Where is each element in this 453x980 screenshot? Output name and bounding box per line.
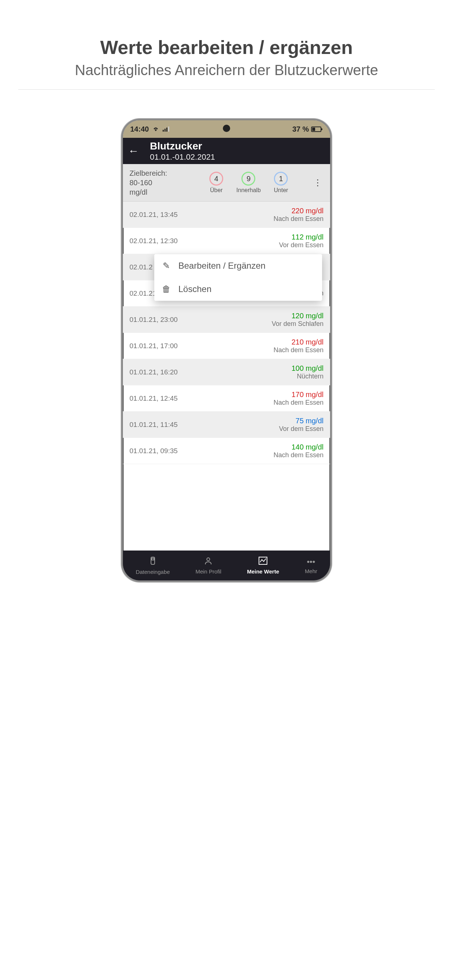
row-value: 170 mg/dl: [274, 390, 324, 399]
row-value: 220 mg/dl: [274, 207, 324, 215]
camera-notch: [223, 125, 230, 132]
wifi-icon: [152, 125, 159, 134]
row-context: Nach dem Essen: [274, 215, 324, 223]
row-value: 210 mg/dl: [274, 338, 324, 346]
row-value: 75 mg/dl: [279, 417, 324, 425]
row-timestamp: 02.01.21, 12:30: [129, 237, 178, 245]
reading-row[interactable]: 01.01.21, 12:45170 mg/dlNach dem Essen: [123, 385, 330, 412]
battery-icon: [311, 127, 321, 132]
phone-frame: 14:40 37 % ← Blutzucker 01.01.-01.02.202…: [121, 119, 332, 582]
counter-under[interactable]: 1 Unter: [274, 172, 288, 194]
svg-rect-0: [163, 130, 164, 132]
reading-row[interactable]: 01.01.21, 23:00120 mg/dlVor dem Schlafen: [123, 307, 330, 333]
nav-data-entry[interactable]: Dateneingabe: [136, 556, 170, 575]
row-timestamp: 01.01.21, 17:00: [129, 342, 178, 350]
row-timestamp: 01.01.21, 12:45: [129, 395, 178, 402]
row-context: Nach dem Essen: [274, 451, 324, 459]
side-button: [331, 292, 332, 325]
row-value: 140 mg/dl: [274, 443, 324, 451]
row-timestamp: 01.01.21, 23:00: [129, 316, 178, 324]
nav-my-values[interactable]: Meine Werte: [247, 557, 279, 574]
row-timestamp: 01.01.21, 11:45: [129, 421, 178, 429]
context-menu: ✎ Bearbeiten / Ergänzen 🗑 Löschen: [154, 254, 322, 301]
row-value: 112 mg/dl: [279, 233, 324, 241]
battery-percent: 37 %: [292, 125, 309, 134]
row-context: Nüchtern: [292, 372, 324, 380]
row-timestamp: 02.01.21, 13:45: [129, 211, 178, 219]
chart-icon: [258, 557, 267, 567]
dots-icon: •••: [307, 557, 315, 566]
target-range-label: Zielbereich: 80-160 mg/dl: [129, 169, 180, 197]
header-subtitle: 01.01.-01.02.2021: [150, 153, 215, 162]
menu-edit[interactable]: ✎ Bearbeiten / Ergänzen: [154, 254, 322, 277]
person-icon: [204, 557, 212, 567]
nav-profile[interactable]: Mein Profil: [196, 557, 222, 574]
svg-point-6: [207, 558, 210, 561]
header-title: Blutzucker: [150, 140, 215, 153]
menu-delete[interactable]: 🗑 Löschen: [154, 277, 322, 301]
reading-row[interactable]: 01.01.21, 09:35140 mg/dlNach dem Essen: [123, 438, 330, 464]
row-value: 100 mg/dl: [292, 364, 324, 372]
reading-row[interactable]: 02.01.21, 13:45220 mg/dlNach dem Essen: [123, 202, 330, 228]
svg-rect-2: [166, 127, 167, 132]
counter-over[interactable]: 4 Über: [209, 172, 223, 194]
device-icon: [149, 556, 156, 567]
row-timestamp: 02.01.2: [129, 263, 152, 271]
page-subtitle: Nachträgliches Anreichern der Blutzucker…: [0, 62, 453, 78]
pencil-icon: ✎: [162, 261, 170, 271]
row-context: Nach dem Essen: [274, 399, 324, 407]
status-time: 14:40: [130, 125, 149, 134]
side-button: [331, 244, 332, 277]
reading-row[interactable]: 01.01.21, 16:20100 mg/dlNüchtern: [123, 359, 330, 385]
counter-in[interactable]: 9 Innerhalb: [236, 172, 261, 194]
divider: [18, 89, 435, 90]
row-context: Vor dem Schlafen: [272, 320, 324, 328]
svg-rect-3: [168, 127, 169, 132]
page-title: Werte bearbeiten / ergänzen: [0, 37, 453, 58]
nav-more[interactable]: ••• Mehr: [305, 557, 317, 574]
more-options-button[interactable]: ⋮: [309, 178, 326, 188]
reading-row[interactable]: 02.01.21, 12:30112 mg/dlVor dem Essen: [123, 228, 330, 254]
reading-row[interactable]: 01.01.21, 11:4575 mg/dlVor dem Essen: [123, 412, 330, 438]
row-context: Vor dem Essen: [279, 241, 324, 249]
row-context: Nach dem Essen: [274, 346, 324, 354]
svg-rect-5: [152, 558, 154, 560]
bottom-nav: Dateneingabe Mein Profil Meine Werte •••…: [123, 550, 330, 581]
svg-rect-1: [164, 129, 166, 132]
row-timestamp: 01.01.21, 09:35: [129, 447, 178, 455]
summary-bar: Zielbereich: 80-160 mg/dl 4 Über 9 Inner…: [123, 164, 330, 202]
row-value: 120 mg/dl: [272, 312, 324, 320]
signal-icon: [163, 125, 169, 134]
row-timestamp: 01.01.21, 16:20: [129, 368, 178, 376]
app-header: ← Blutzucker 01.01.-01.02.2021: [123, 138, 330, 164]
reading-list: ✎ Bearbeiten / Ergänzen 🗑 Löschen 02.01.…: [123, 202, 330, 464]
back-button[interactable]: ←: [128, 145, 139, 157]
trash-icon: 🗑: [162, 284, 170, 294]
reading-row[interactable]: 01.01.21, 17:00210 mg/dlNach dem Essen: [123, 333, 330, 359]
row-context: Vor dem Essen: [279, 425, 324, 433]
